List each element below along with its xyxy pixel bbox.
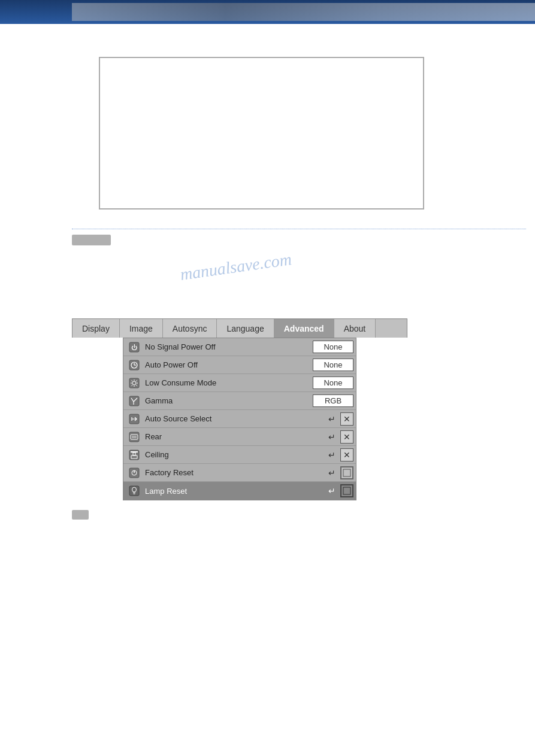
row-gamma: Gamma RGB — [123, 392, 356, 410]
enter-icon-ceiling: ↵ — [328, 450, 335, 460]
tab-bar: Display Image Autosync Language Advanced… — [72, 318, 407, 338]
icon-rear — [126, 430, 143, 444]
checkbox-factory-reset[interactable] — [340, 466, 353, 479]
value-auto-power-off[interactable]: None — [313, 359, 353, 371]
icon-auto-source-select — [126, 412, 143, 426]
value-low-consume-mode[interactable]: None — [313, 377, 353, 389]
checkbox-ceiling[interactable]: ✕ — [340, 448, 353, 462]
tab-advanced[interactable]: Advanced — [274, 319, 334, 338]
tab-image[interactable]: Image — [120, 319, 163, 338]
gray-block-bottom — [72, 510, 89, 520]
label-auto-power-off: Auto Power Off — [143, 360, 313, 369]
value-no-signal-power-off[interactable]: None — [313, 341, 353, 353]
label-lamp-reset: Lamp Reset — [143, 487, 328, 496]
row-ceiling: Ceiling ↵ ✕ — [123, 446, 356, 464]
label-low-consume-mode: Low Consume Mode — [143, 378, 313, 387]
svg-rect-20 — [132, 436, 137, 438]
row-lamp-reset: Lamp Reset ↵ — [123, 482, 356, 500]
icon-factory-reset — [126, 466, 143, 479]
row-low-consume-mode: Low Consume Mode None — [123, 374, 356, 392]
icon-ceiling — [126, 448, 143, 462]
dropdown-gamma[interactable]: RGB — [313, 394, 353, 407]
display-box — [99, 57, 424, 210]
dropdown-low-consume-mode[interactable]: None — [313, 377, 353, 389]
row-auto-source-select: Auto Source Select ↵ ✕ — [123, 410, 356, 428]
row-no-signal-power-off: ⏻ No Signal Power Off None — [123, 338, 356, 356]
value-ceiling: ↵ ✕ — [328, 448, 353, 462]
icon-low-consume-mode — [126, 377, 143, 390]
menu-panel: ⏻ No Signal Power Off None Auto Power Of… — [123, 338, 356, 500]
header-gradient — [72, 3, 535, 21]
enter-icon-lamp-reset: ↵ — [328, 486, 335, 496]
enter-icon-rear: ↵ — [328, 432, 335, 442]
menu-container: Display Image Autosync Language Advanced… — [72, 318, 407, 500]
dropdown-auto-power-off[interactable]: None — [313, 359, 353, 371]
icon-lamp-reset — [126, 484, 143, 497]
checkbox-auto-source-select[interactable]: ✕ — [340, 412, 353, 426]
label-rear: Rear — [143, 432, 328, 441]
svg-rect-32 — [343, 487, 350, 494]
value-auto-source-select: ↵ ✕ — [328, 412, 353, 426]
row-factory-reset: Factory Reset ↵ — [123, 464, 356, 482]
tab-about[interactable]: About — [334, 319, 376, 338]
label-auto-source-select: Auto Source Select — [143, 414, 328, 423]
header-bar — [0, 0, 535, 24]
label-ceiling: Ceiling — [143, 450, 328, 459]
label-no-signal-power-off: No Signal Power Off — [143, 342, 313, 351]
icon-auto-power-off — [126, 359, 143, 372]
svg-text:⏻: ⏻ — [131, 344, 137, 351]
value-gamma[interactable]: RGB — [313, 394, 353, 407]
gray-block-top — [72, 235, 111, 245]
checkbox-rear[interactable]: ✕ — [340, 430, 353, 444]
icon-no-signal-power-off: ⏻ — [126, 341, 143, 354]
tab-display[interactable]: Display — [72, 319, 120, 338]
watermark-text: manualsave.com — [179, 250, 293, 284]
value-lamp-reset: ↵ — [328, 484, 353, 497]
label-gamma: Gamma — [143, 396, 313, 405]
value-factory-reset: ↵ — [328, 466, 353, 479]
svg-rect-27 — [343, 469, 350, 476]
value-rear: ↵ ✕ — [328, 430, 353, 444]
dropdown-no-signal-power-off[interactable]: None — [313, 341, 353, 353]
separator-line — [72, 229, 526, 229]
tab-autosync[interactable]: Autosync — [163, 319, 217, 338]
tab-language[interactable]: Language — [217, 319, 274, 338]
enter-icon-auto-source: ↵ — [328, 414, 335, 424]
enter-icon-factory-reset: ↵ — [328, 468, 335, 478]
row-rear: Rear ↵ ✕ — [123, 428, 356, 446]
icon-gamma — [126, 394, 143, 408]
row-auto-power-off: Auto Power Off None — [123, 356, 356, 374]
checkbox-lamp-reset[interactable] — [340, 484, 353, 497]
label-factory-reset: Factory Reset — [143, 468, 328, 477]
